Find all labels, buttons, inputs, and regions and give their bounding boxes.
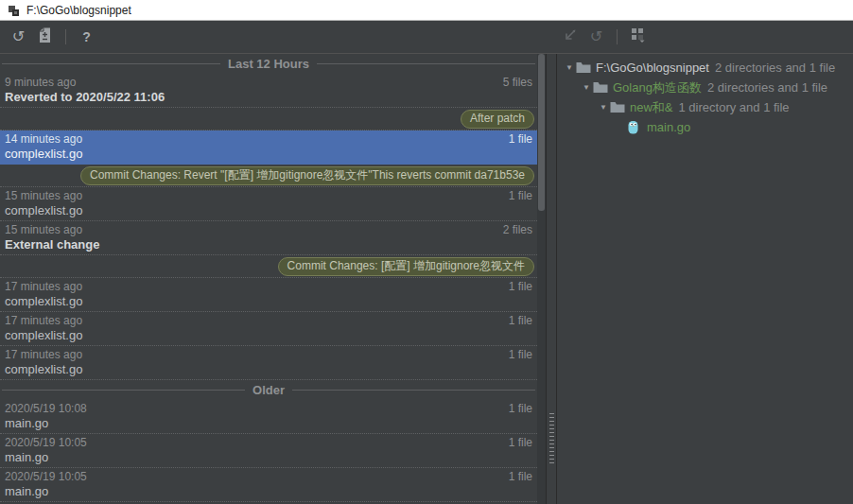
tree-row[interactable]: ▼ F:\GoGo\blogsnippet 2 directories and … [557,58,853,78]
revision-timestamp: 2020/5/19 10:05 [5,436,87,450]
tree-row[interactable]: ▼ new和& 1 directory and 1 file [557,97,853,117]
revision-label: main.go [5,450,532,465]
tree-row[interactable]: ▼ main.go [557,117,853,137]
history-section-label: Older [252,383,285,397]
revert-selection-button[interactable]: ↺ [584,26,608,48]
history-revision-row[interactable]: 14 minutes ago 1 file complexlist.go [0,130,537,165]
revision-file-count: 1 file [509,402,532,416]
tree-row[interactable]: ▼ Golang构造函数 2 directories and 1 file [557,78,853,97]
history-revision-row[interactable]: 17 minutes ago 1 file complexlist.go [0,312,537,346]
file-tree: ▼ F:\GoGo\blogsnippet 2 directories and … [557,54,853,504]
revision-file-count: 5 files [503,76,532,90]
commit-changes-badge: After patch [461,110,534,129]
revision-timestamp: 9 minutes ago [5,76,76,90]
header-rule-right [292,390,535,391]
history-revision-row[interactable]: 17 minutes ago 1 file complexlist.go [0,278,537,312]
history-revision-row[interactable]: 2020/5/19 10:05 1 file main.go [0,434,537,468]
revision-meta: 15 minutes ago 2 files [5,223,532,237]
jump-to-source-icon [563,28,577,46]
revision-timestamp: 15 minutes ago [5,223,82,237]
history-commit-badge-row: After patch [0,108,537,130]
revert-icon: ↺ [12,29,25,44]
history-revision-row[interactable]: 15 minutes ago 2 files External change [0,221,537,255]
revision-meta: 17 minutes ago 1 file [5,348,532,362]
chevron-down-icon[interactable]: ▼ [597,104,610,112]
local-history-window-icon [8,4,20,16]
revision-timestamp: 2020/5/19 10:05 [5,470,87,484]
revision-label: complexlist.go [5,328,532,343]
revision-label: main.go [5,484,532,499]
tree-node-count: 2 directories and 1 file [707,80,827,95]
revision-timestamp: 15 minutes ago [5,189,82,203]
tree-toolbar: ↺ [558,21,650,53]
revision-file-count: 1 file [509,280,532,294]
toolbar: ↺ ? [0,21,853,54]
revision-meta: 14 minutes ago 1 file [5,132,532,147]
revision-file-count: 1 file [509,189,532,203]
revision-meta: 15 minutes ago 1 file [5,189,532,203]
commit-changes-badge: Commit Changes: Revert "[配置] 增加gitignore… [80,166,534,185]
group-by-packages-icon [631,27,646,46]
history-scrollbar-thumb[interactable] [538,54,545,211]
revision-timestamp: 17 minutes ago [5,314,82,328]
history-toolbar: ↺ ? [0,26,98,48]
revision-label: External change [5,237,532,252]
header-rule-left [2,390,245,391]
jump-to-source-button[interactable] [558,26,582,48]
history-scrollbar[interactable] [537,54,546,504]
revision-timestamp: 17 minutes ago [5,348,82,362]
revision-meta: 2020/5/19 10:05 1 file [5,436,532,450]
history-section-header: Older [0,380,537,400]
group-by-button[interactable] [626,26,650,48]
tree-node-name: F:\GoGo\blogsnippet [596,61,709,75]
splitter-drag-handle[interactable] [549,413,554,466]
tree-node-name: new和& [630,99,673,116]
history-revision-row[interactable]: 15 minutes ago 1 file complexlist.go [0,187,537,221]
history-commit-badge-row: Commit Changes: [配置] 增加gitignore忽视文件 [0,255,537,278]
revision-timestamp: 2020/5/19 10:08 [5,402,87,416]
folder-icon [610,100,626,114]
revision-file-count: 1 file [509,348,532,362]
tree-node-name: Golang构造函数 [613,79,702,96]
revision-file-count: 1 file [509,132,532,147]
revision-file-count: 1 file [509,314,532,328]
tree-node-count: 2 directories and 1 file [715,61,835,75]
history-revision-row[interactable]: 17 minutes ago 1 file complexlist.go [0,346,537,380]
revert-icon: ↺ [590,29,602,44]
revision-label: complexlist.go [5,362,532,377]
history-revision-row[interactable]: 2020/5/19 10:08 1 file main.go [0,400,537,434]
revision-meta: 17 minutes ago 1 file [5,314,532,328]
revision-meta: 9 minutes ago 5 files [5,76,532,90]
revision-file-count: 2 files [503,223,532,237]
revision-label: complexlist.go [5,147,532,162]
revision-label: main.go [5,416,532,431]
toolbar-separator [65,29,66,44]
header-rule-left [2,63,220,64]
help-button[interactable]: ? [75,26,98,48]
revision-meta: 2020/5/19 10:08 1 file [5,402,532,416]
history-section-header: Last 12 Hours [0,54,537,74]
create-patch-button[interactable] [33,26,57,48]
folder-icon [593,80,609,95]
chevron-down-icon[interactable]: ▼ [563,64,576,72]
pane-splitter[interactable] [546,54,557,504]
history-revision-row[interactable]: 2020/5/19 10:05 1 file main.go [0,468,537,502]
toolbar-separator [617,29,618,44]
revision-label: Reverted to 2020/5/22 11:06 [5,90,532,105]
history-revision-row[interactable]: 9 minutes ago 5 files Reverted to 2020/5… [0,74,537,108]
header-rule-right [317,63,535,64]
revision-file-count: 1 file [509,436,532,450]
main-split-area: Last 12 Hours 9 minutes ago 5 files Reve… [0,54,853,504]
revision-timestamp: 14 minutes ago [5,132,82,147]
history-list: Last 12 Hours 9 minutes ago 5 files Reve… [0,54,537,504]
revision-meta: 2020/5/19 10:05 1 file [5,470,532,484]
commit-changes-badge: Commit Changes: [配置] 增加gitignore忽视文件 [278,257,534,276]
revision-meta: 17 minutes ago 1 file [5,280,532,294]
revision-label: complexlist.go [5,203,532,218]
window-title: F:\GoGo\blogsnippet [26,4,131,17]
folder-icon [576,61,592,75]
revision-label: complexlist.go [5,294,532,309]
revert-button[interactable]: ↺ [7,26,30,48]
window-titlebar[interactable]: F:\GoGo\blogsnippet [0,0,853,21]
chevron-down-icon[interactable]: ▼ [580,84,593,92]
